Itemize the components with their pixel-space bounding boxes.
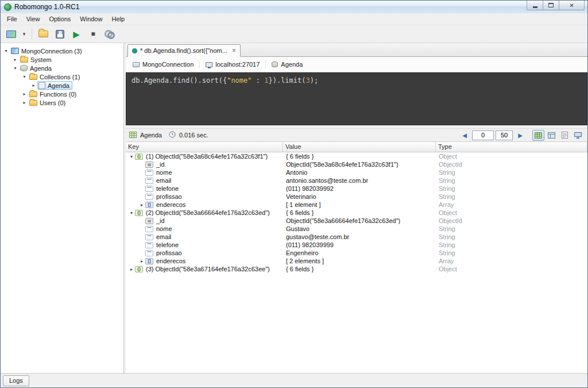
- row-expander-icon[interactable]: ▸: [138, 202, 145, 208]
- tree-item[interactable]: ▾ Collections (1): [1, 72, 123, 81]
- tree-expander-icon[interactable]: ▸: [30, 83, 37, 88]
- menu-view[interactable]: View: [22, 14, 45, 24]
- tree-expander-icon[interactable]: ▸: [21, 91, 28, 97]
- text-view-icon: [562, 132, 568, 139]
- table-row[interactable]: email gustavo@teste.com.br String: [126, 233, 587, 241]
- table-row[interactable]: _id ObjectId("58e3a66664efe176a32c63ed")…: [126, 217, 587, 225]
- table-view-button[interactable]: [532, 130, 544, 141]
- menu-window[interactable]: Window: [75, 14, 107, 24]
- column-header-value[interactable]: Value: [283, 142, 436, 152]
- connections-icon: [6, 30, 16, 38]
- row-key: (1) ObjectId("58e3a68c64efe176a32c63f1"): [146, 153, 268, 160]
- table-row[interactable]: nome Gustavo String: [126, 225, 587, 233]
- next-page-button[interactable]: ▶: [514, 130, 526, 140]
- row-key-cell: nome: [126, 169, 283, 176]
- query-tab[interactable]: * db.Agenda.find().sort({"nom... ×: [127, 44, 241, 57]
- row-expander-icon[interactable]: ▾: [128, 210, 135, 216]
- save-button[interactable]: [52, 26, 67, 41]
- row-type: String: [436, 249, 587, 256]
- tree-item-icon: [20, 57, 28, 63]
- skip-input[interactable]: [472, 130, 494, 140]
- tab-close-icon[interactable]: ×: [232, 47, 236, 54]
- custom-view-button[interactable]: [572, 130, 584, 141]
- tree-item-body: MongoConnection (3): [10, 47, 85, 55]
- menu-bar: File View Options Window Help: [1, 13, 587, 25]
- tree-expander-icon[interactable]: ▸: [11, 57, 19, 62]
- save-icon: [56, 30, 64, 39]
- query-editor[interactable]: db.Agenda.find().sort({"nome" : 1}).limi…: [126, 72, 587, 125]
- row-expander-icon[interactable]: ▸: [138, 259, 145, 264]
- logs-button[interactable]: Logs: [3, 375, 29, 386]
- connections-button[interactable]: [3, 26, 18, 41]
- breadcrumb-database[interactable]: Agenda: [270, 61, 304, 68]
- tree-expander-icon[interactable]: ▾: [11, 66, 19, 71]
- close-button[interactable]: ×: [559, 1, 585, 10]
- query-time-label: 0.016 sec.: [179, 132, 208, 139]
- connections-dropdown-button[interactable]: ▾: [20, 26, 28, 41]
- breadcrumb-connection[interactable]: MongoConnection: [131, 61, 195, 68]
- tree-item[interactable]: ▸ Functions (0): [1, 90, 123, 98]
- row-key-cell: ▾ (2) ObjectId("58e3a66664efe176a32c63ed…: [126, 209, 283, 216]
- tree-item[interactable]: ▸ System: [1, 55, 123, 64]
- value-type-icon: [145, 226, 153, 232]
- table-row[interactable]: ▸ enderecos [ 1 element ] Array: [126, 201, 587, 209]
- row-key-cell: ▾ (1) ObjectId("58e3a68c64efe176a32c63f1…: [126, 153, 283, 160]
- code-plain: );: [310, 76, 318, 84]
- value-type-icon: [135, 266, 143, 272]
- row-key-cell: _id: [126, 161, 283, 168]
- tree-item-icon: [11, 48, 19, 54]
- row-expander-icon[interactable]: ▾: [128, 154, 135, 159]
- batch-size-input[interactable]: [496, 130, 513, 140]
- table-row[interactable]: nome Antonio String: [126, 168, 587, 176]
- row-key-cell: profissao: [126, 193, 283, 200]
- row-type: String: [436, 225, 587, 232]
- titlebar[interactable]: Robomongo 1.0-RC1 ×: [1, 1, 587, 13]
- menu-options[interactable]: Options: [44, 14, 75, 24]
- row-key: _id: [156, 161, 165, 168]
- table-row[interactable]: ▸ enderecos [ 2 elements ] Array: [126, 257, 587, 265]
- breadcrumb-database-label: Agenda: [281, 61, 303, 68]
- minimize-icon: [533, 6, 537, 8]
- tree-item[interactable]: ▸ Users (0): [1, 98, 123, 107]
- tree-expander-icon[interactable]: ▾: [2, 48, 10, 53]
- table-row[interactable]: ▾ (1) ObjectId("58e3a68c64efe176a32c63f1…: [126, 152, 587, 160]
- row-expander-icon[interactable]: ▸: [128, 267, 135, 272]
- tree-item[interactable]: ▾ Agenda: [1, 64, 123, 72]
- row-key: _id: [156, 217, 165, 224]
- text-view-button[interactable]: [559, 130, 571, 141]
- table-row[interactable]: _id ObjectId("58e3a68c64efe176a32c63f1")…: [126, 160, 587, 168]
- value-type-icon: [145, 250, 153, 256]
- table-row[interactable]: profissao Engenheiro String: [126, 249, 587, 257]
- breadcrumb: MongoConnection localhost:27017 Agenda: [126, 57, 587, 72]
- row-value: ObjectId("58e3a66664efe176a32c63ed"): [283, 217, 436, 224]
- table-row[interactable]: profissao Veterinario String: [126, 193, 587, 201]
- open-file-button[interactable]: [36, 26, 51, 41]
- row-key-cell: email: [126, 233, 283, 240]
- stop-button[interactable]: ■: [86, 26, 100, 41]
- menu-file[interactable]: File: [2, 14, 22, 24]
- maximize-button[interactable]: [543, 1, 559, 10]
- row-type: String: [436, 177, 587, 184]
- breadcrumb-server[interactable]: localhost:27017: [204, 61, 261, 68]
- tree-expander-icon[interactable]: ▾: [21, 74, 28, 79]
- tree-item-label: Agenda: [30, 65, 52, 72]
- row-key-cell: _id: [126, 217, 283, 224]
- table-row[interactable]: email antonio.santos@teste.com.br String: [126, 176, 587, 185]
- prev-page-button[interactable]: ◀: [459, 130, 470, 140]
- tree-view-button[interactable]: [546, 130, 558, 141]
- column-header-key[interactable]: Key: [126, 142, 283, 152]
- table-view-icon: [535, 132, 542, 139]
- minimize-button[interactable]: [527, 1, 543, 10]
- tree-item[interactable]: ▸ Agenda: [1, 81, 123, 90]
- menu-help[interactable]: Help: [107, 14, 129, 24]
- column-header-type[interactable]: Type: [436, 142, 587, 152]
- table-row[interactable]: ▾ (2) ObjectId("58e3a66664efe176a32c63ed…: [126, 209, 587, 217]
- tree-item[interactable]: ▾ MongoConnection (3): [1, 47, 123, 55]
- orientation-button[interactable]: [102, 26, 117, 41]
- tree-item-icon: [29, 91, 37, 97]
- execute-button[interactable]: ▶: [69, 26, 84, 41]
- table-row[interactable]: telefone (011) 982039992 String: [126, 185, 587, 193]
- table-row[interactable]: telefone (011) 982039999 String: [126, 241, 587, 249]
- table-row[interactable]: ▸ (3) ObjectId("58e3a67164efe176a32c63ee…: [126, 265, 587, 273]
- tree-expander-icon[interactable]: ▸: [21, 100, 28, 105]
